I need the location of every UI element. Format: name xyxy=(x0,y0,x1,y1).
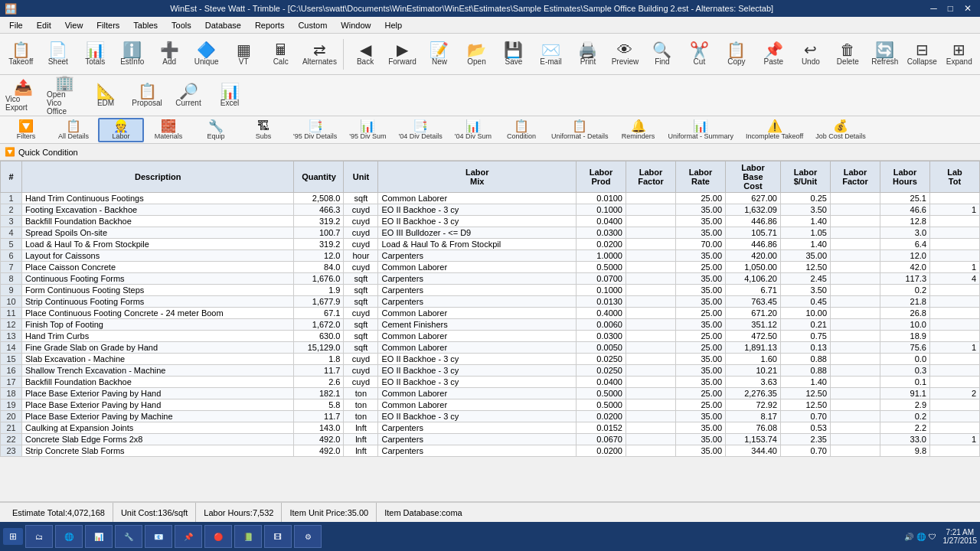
toolbar-btn-open[interactable]: 📂Open xyxy=(459,36,494,73)
toolbar-btn-cut[interactable]: ✂️Cut xyxy=(681,36,717,73)
table-row[interactable]: 14 Fine Grade Slab on Grade by Hand 15,1… xyxy=(1,342,980,354)
filter-btn--95-div-sum[interactable]: 📊'95 Div Sum xyxy=(344,118,391,142)
minimize-btn[interactable]: ─ xyxy=(926,3,941,14)
table-row[interactable]: 22 Concrete Slab Edge Forms 2x8 492.0 ln… xyxy=(1,434,980,445)
filter-btn-uniformat---details[interactable]: 📋Uniformat - Details xyxy=(546,118,614,142)
filter-btn-filters[interactable]: 🔽Filters xyxy=(3,118,49,142)
table-row[interactable]: 20 Place Base Exterior Paving by Machine… xyxy=(1,411,980,422)
toolbar2-btn-vico-export[interactable]: 📤Vico Export xyxy=(3,77,43,114)
toolbar-btn-sheet[interactable]: 📄Sheet xyxy=(40,36,75,73)
toolbar2-btn-open-vico-office[interactable]: 🏢Open Vico Office xyxy=(44,77,84,114)
toolbar-btn-paste[interactable]: 📌Paste xyxy=(756,36,791,73)
table-row[interactable]: 21 Caulking at Expansion Joints 143.0 ln… xyxy=(1,422,980,434)
menu-item-window[interactable]: Window xyxy=(335,19,377,31)
toolbar2-btn-excel[interactable]: 📊Excel xyxy=(210,77,250,114)
table-row[interactable]: 16 Shallow Trench Excavation - Machine 1… xyxy=(1,365,980,377)
filter-btn-incomplete-takeoff[interactable]: ⚠️Incomplete Takeoff xyxy=(740,118,808,142)
filter-btn-subs[interactable]: 🏗Subs xyxy=(240,118,286,142)
toolbar-btn-e-mail[interactable]: ✉️E-mail xyxy=(533,36,568,73)
toolbar-btn-calc[interactable]: 🖩Calc xyxy=(263,36,298,73)
table-row[interactable]: 2 Footing Excavation - Backhoe 466.3 cuy… xyxy=(1,204,980,216)
table-row[interactable]: 15 Slab Excavation - Machine 1.8 cuyd EO… xyxy=(1,354,980,365)
toolbar-btn-new[interactable]: 📝New xyxy=(422,36,457,73)
filter-btn--04-div-details[interactable]: 📑'04 Div Details xyxy=(393,118,447,142)
toolbar-btn-undo[interactable]: ↩Undo xyxy=(793,36,828,73)
toolbar-btn-forward[interactable]: ▶Forward xyxy=(384,36,420,73)
table-row[interactable]: 23 Strip Concrete Slab Forms 492.0 lnft … xyxy=(1,445,980,457)
table-row[interactable]: 13 Hand Trim Curbs 630.0 sqft Common Lab… xyxy=(1,331,980,342)
toolbar-btn-add[interactable]: ➕Add xyxy=(152,36,187,73)
row-labor-hours: 2.9 xyxy=(880,399,930,411)
toolbar-btn-print[interactable]: 🖨️Print xyxy=(570,36,606,73)
table-row[interactable]: 17 Backfill Foundation Backhoe 2.6 cuyd … xyxy=(1,377,980,388)
start-button[interactable]: ⊞ xyxy=(3,528,23,545)
table-row[interactable]: 6 Layout for Caissons 12.0 hour Carpente… xyxy=(1,250,980,262)
menu-item-tables[interactable]: Tables xyxy=(127,19,164,31)
toolbar2-btn-proposal[interactable]: 📋Proposal xyxy=(127,77,167,114)
table-row[interactable]: 4 Spread Spoils On-site 100.7 cuyd EO II… xyxy=(1,227,980,239)
taskbar-green[interactable]: 📗 xyxy=(234,525,262,548)
menu-item-tools[interactable]: Tools xyxy=(165,19,198,31)
spreadsheet-container[interactable]: # Description Quantity Unit LaborMix Lab… xyxy=(0,161,980,502)
menu-item-custom[interactable]: Custom xyxy=(292,19,333,31)
menu-item-database[interactable]: Database xyxy=(199,19,247,31)
toolbar2-btn-edm[interactable]: 📐EDM xyxy=(86,77,126,114)
toolbar-btn-refresh[interactable]: 🔄Refresh xyxy=(867,36,903,73)
taskbar-explorer[interactable]: 🗂 xyxy=(25,525,53,548)
table-row[interactable]: 7 Place Caisson Concrete 84.0 cuyd Commo… xyxy=(1,262,980,273)
table-row[interactable]: 10 Strip Continuous Footing Forms 1,677.… xyxy=(1,296,980,308)
toolbar-btn-copy[interactable]: 📋Copy xyxy=(719,36,754,73)
taskbar-ppt[interactable]: 🎞 xyxy=(264,525,292,548)
table-row[interactable]: 18 Place Base Exterior Paving by Hand 18… xyxy=(1,388,980,399)
taskbar-tool[interactable]: 🔧 xyxy=(115,525,142,548)
toolbar-btn-expand[interactable]: ⊞Expand xyxy=(942,36,977,73)
toolbar-btn-collapse[interactable]: ⊟Collapse xyxy=(904,36,939,73)
filter-btn-condition[interactable]: 📋Condition xyxy=(498,118,544,142)
menu-item-reports[interactable]: Reports xyxy=(249,19,291,31)
unique-icon: 🔷 xyxy=(197,42,216,57)
filter-btn-all-details[interactable]: 📋All Details xyxy=(51,118,96,142)
table-row[interactable]: 3 Backfill Foundation Backhoe 319.2 cuyd… xyxy=(1,216,980,227)
taskbar-gear[interactable]: ⚙ xyxy=(294,525,322,548)
toolbar-btn-alternates[interactable]: ⇄Alternates xyxy=(300,36,339,73)
row-labor-unit-cost: 0.25 xyxy=(781,193,831,204)
filter-btn-materials[interactable]: 🧱Materials xyxy=(145,118,191,142)
toolbar2-btn-current[interactable]: 🔎Current xyxy=(168,77,208,114)
table-row[interactable]: 11 Place Continuous Footing Concrete - 2… xyxy=(1,308,980,319)
filter-btn--95-div-details[interactable]: 📑'95 Div Details xyxy=(288,118,342,142)
toolbar-btn-preview[interactable]: 👁Preview xyxy=(607,36,642,73)
table-row[interactable]: 19 Place Base Exterior Paving by Hand 5.… xyxy=(1,399,980,411)
toolbar-btn-delete[interactable]: 🗑Delete xyxy=(830,36,865,73)
toolbar-btn-estinfo[interactable]: ℹ️EstInfo xyxy=(114,36,149,73)
menu-item-edit[interactable]: Edit xyxy=(31,19,57,31)
table-row[interactable]: 12 Finish Top of Footing 1,672.0 sqft Ce… xyxy=(1,319,980,331)
taskbar-excel[interactable]: 📊 xyxy=(85,525,113,548)
taskbar-email[interactable]: 📧 xyxy=(145,525,172,548)
toolbar-btn-totals[interactable]: 📊Totals xyxy=(77,36,113,73)
menu-item-help[interactable]: Help xyxy=(378,19,408,31)
filter-btn-job-cost-details[interactable]: 💰Job Cost Details xyxy=(810,118,871,142)
table-row[interactable]: 9 Form Continuous Footing Steps 1.9 sqft… xyxy=(1,285,980,296)
toolbar-btn-unique[interactable]: 🔷Unique xyxy=(188,36,224,73)
filter-btn--04-div-sum[interactable]: 📊'04 Div Sum xyxy=(449,118,497,142)
taskbar-red[interactable]: 🔴 xyxy=(204,525,232,548)
toolbar-btn-takeoff[interactable]: 📋Takeoff xyxy=(3,36,38,73)
toolbar-btn-vt[interactable]: ▦VT xyxy=(226,36,261,73)
taskbar-browser[interactable]: 🌐 xyxy=(55,525,83,548)
toolbar-btn-save[interactable]: 💾Save xyxy=(496,36,531,73)
filter-btn-reminders[interactable]: 🔔Reminders xyxy=(616,118,662,142)
filter-btn-uniformat---summary[interactable]: 📊Uniformat - Summary xyxy=(663,118,740,142)
filter-btn-labor[interactable]: 👷Labor xyxy=(98,118,144,142)
filter-btn-equip[interactable]: 🔧Equip xyxy=(193,118,239,142)
menu-item-file[interactable]: File xyxy=(3,19,29,31)
close-btn[interactable]: ✕ xyxy=(960,3,975,14)
toolbar-btn-find[interactable]: 🔍Find xyxy=(645,36,680,73)
taskbar-pdf[interactable]: 📌 xyxy=(175,525,202,548)
table-row[interactable]: 5 Load & Haul To & From Stockpile 319.2 … xyxy=(1,239,980,250)
menu-item-filters[interactable]: Filters xyxy=(90,19,126,31)
maximize-btn[interactable]: □ xyxy=(944,3,957,14)
table-row[interactable]: 8 Continuous Footing Forms 1,676.0 sqft … xyxy=(1,273,980,285)
toolbar-btn-back[interactable]: ◀Back xyxy=(348,36,383,73)
table-row[interactable]: 1 Hand Trim Continuous Footings 2,508.0 … xyxy=(1,193,980,204)
menu-item-view[interactable]: View xyxy=(59,19,90,31)
